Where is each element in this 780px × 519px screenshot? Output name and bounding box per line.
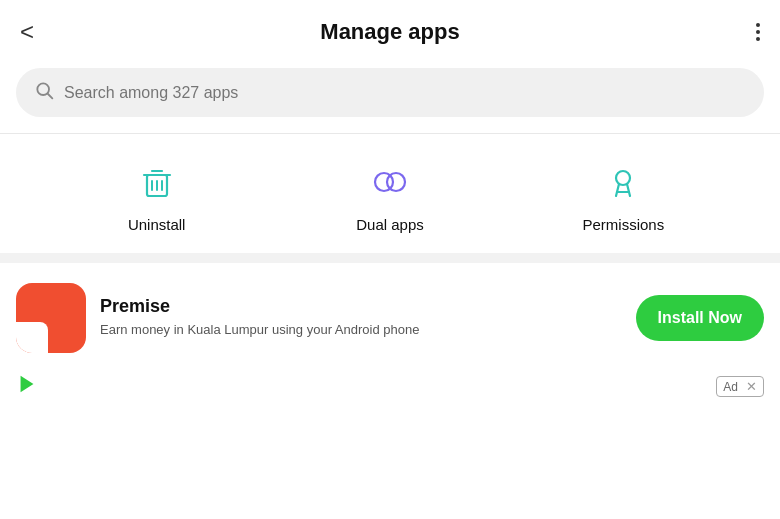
search-input[interactable] [64,84,746,102]
permissions-label: Permissions [582,216,664,233]
svg-line-1 [48,94,53,99]
more-menu-button[interactable] [728,23,760,41]
section-divider [0,253,780,263]
actions-row: Uninstall Dual apps Permissions [0,134,780,253]
dual-apps-icon [366,158,414,206]
ad-bottom-bar: Ad ✕ [0,369,780,410]
permissions-icon [599,158,647,206]
uninstall-action[interactable]: Uninstall [107,158,207,233]
play-icon [16,373,38,400]
svg-point-9 [387,173,405,191]
back-button[interactable]: < [20,18,52,46]
dual-apps-label: Dual apps [356,216,424,233]
uninstall-label: Uninstall [128,216,186,233]
more-dots-icon [756,23,760,41]
search-container [0,60,780,133]
svg-marker-11 [21,376,34,393]
svg-point-10 [616,171,630,185]
page-title: Manage apps [52,19,728,45]
ad-label: Ad [723,380,738,394]
search-icon [34,80,54,105]
app-icon [16,283,86,353]
dual-apps-action[interactable]: Dual apps [340,158,440,233]
header: < Manage apps [0,0,780,60]
app-info: Premise Earn money in Kuala Lumpur using… [100,296,622,339]
app-name: Premise [100,296,622,317]
ad-badge: Ad ✕ [716,376,764,397]
install-now-button[interactable]: Install Now [636,295,764,341]
app-icon-detail [16,322,48,354]
search-bar[interactable] [16,68,764,117]
ad-close-button[interactable]: ✕ [746,379,757,394]
permissions-action[interactable]: Permissions [573,158,673,233]
app-description: Earn money in Kuala Lumpur using your An… [100,321,622,339]
ad-card: Premise Earn money in Kuala Lumpur using… [0,263,780,369]
trash-icon [133,158,181,206]
